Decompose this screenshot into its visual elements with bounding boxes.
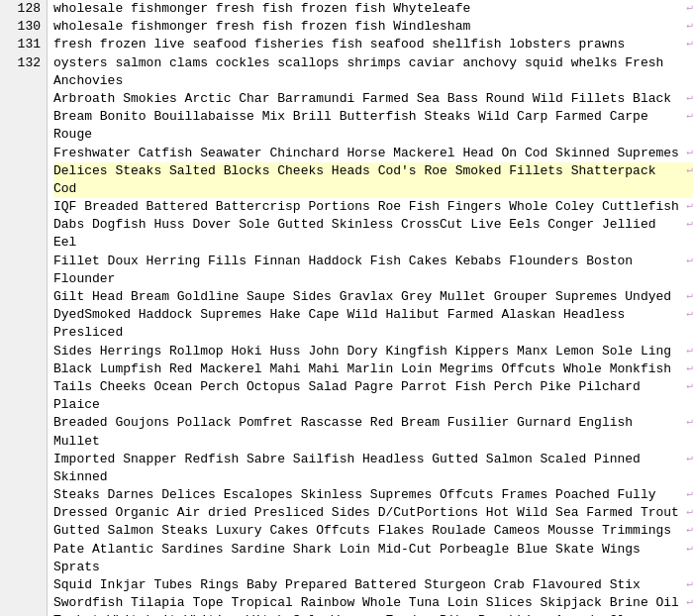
code-text-content: Arbroath Smokies Arctic Char Barramundi …: [53, 90, 684, 108]
line-number-gutter: 128130131132: [0, 0, 48, 616]
code-line: Tails Cheeks Ocean Perch Octopus Salad P…: [53, 378, 693, 414]
wrap-indicator-icon: ↵: [686, 18, 693, 33]
code-text-content: Fillet Doux Herring Fills Finnan Haddock…: [53, 253, 684, 288]
code-text-content: Gutted Salmon Steaks Luxury Cakes Offcut…: [53, 522, 684, 540]
code-line: fresh frozen live seafood fisheries fish…: [53, 36, 693, 90]
wrap-indicator-icon: ↵: [686, 162, 693, 177]
code-line: IQF Breaded Battered Battercrisp Portion…: [53, 198, 693, 216]
code-text-content: wholesale fishmonger fresh fish frozen f…: [53, 0, 684, 18]
wrap-indicator-icon: ↵: [686, 253, 693, 267]
code-line: Imported Snapper Redfish Sabre Sailfish …: [53, 451, 693, 486]
code-text-content: Black Lumpfish Red Mackerel Mahi Mahi Ma…: [53, 360, 684, 378]
code-text-content: DyedSmoked Haddock Supremes Hake Cape Wi…: [53, 306, 684, 342]
code-line: Pate Atlantic Sardines Sardine Shark Loi…: [53, 541, 693, 576]
code-content-area[interactable]: wholesale fishmonger fresh fish frozen f…: [48, 0, 693, 616]
wrap-indicator-icon: ↵: [686, 522, 693, 537]
code-text-content: Delices Steaks Salted Blocks Cheeks Head…: [53, 162, 684, 198]
wrap-indicator-icon: ↵: [686, 145, 693, 159]
code-text-content: Imported Snapper Redfish Sabre Sailfish …: [53, 451, 684, 486]
code-line: Delices Steaks Salted Blocks Cheeks Head…: [53, 162, 693, 198]
code-text-content: Gilt Head Bream Goldline Saupe Sides Gra…: [53, 288, 684, 306]
code-line: Swordfish Tilapia Tope Tropical Rainbow …: [53, 594, 693, 612]
code-line: DyedSmoked Haddock Supremes Hake Cape Wi…: [53, 306, 693, 342]
wrap-indicator-icon: ↵: [686, 343, 693, 358]
code-text-content: Steaks Darnes Delices Escalopes Skinless…: [53, 486, 684, 504]
wrap-indicator-icon: ↵: [686, 378, 693, 393]
wrap-indicator-icon: ↵: [686, 451, 693, 465]
line-number-128: 128: [0, 0, 47, 18]
code-editor: 128130131132 wholesale fishmonger fresh …: [0, 0, 693, 616]
code-line: Arbroath Smokies Arctic Char Barramundi …: [53, 90, 693, 108]
code-line: Sides Herrings Rollmop Hoki Huss John Do…: [53, 343, 693, 360]
wrap-indicator-icon: ↵: [686, 576, 693, 591]
code-line: Dabs Dogfish Huss Dover Sole Gutted Skin…: [53, 216, 693, 252]
wrap-indicator-icon: ↵: [686, 36, 693, 51]
wrap-indicator-icon: ↵: [686, 414, 693, 429]
code-line: Fillet Doux Herring Fills Finnan Haddock…: [53, 253, 693, 288]
wrap-indicator-icon: ↵: [686, 306, 693, 321]
code-line: wholesale fishmonger fresh fish frozen f…: [53, 18, 693, 36]
code-text-content: Freshwater Catfish Seawater Chinchard Ho…: [53, 145, 684, 162]
code-text-content: Bream Bonito Bouillabaisse Mix Brill But…: [53, 108, 684, 144]
wrap-indicator-icon: ↵: [686, 108, 693, 123]
code-text-content: fresh frozen live seafood fisheries fish…: [53, 36, 684, 90]
code-text-content: Pate Atlantic Sardines Sardine Shark Loi…: [53, 541, 684, 576]
code-line: Dressed Organic Air dried Presliced Side…: [53, 504, 693, 522]
code-line: Breaded Goujons Pollack Pomfret Rascasse…: [53, 414, 693, 450]
line-number-132: 132: [0, 54, 47, 72]
line-number-130: 130: [0, 18, 47, 36]
code-text-content: Dabs Dogfish Huss Dover Sole Gutted Skin…: [53, 216, 684, 252]
wrap-indicator-icon: ↵: [686, 360, 693, 375]
code-text-content: Turbot Whitebait Whiting Witch Sole Wras…: [53, 612, 684, 616]
wrap-indicator-icon: ↵: [686, 486, 693, 501]
code-text-content: wholesale fishmonger fresh fish frozen f…: [53, 18, 684, 36]
code-line: Steaks Darnes Delices Escalopes Skinless…: [53, 486, 693, 504]
wrap-indicator-icon: ↵: [686, 216, 693, 231]
code-line: Turbot Whitebait Whiting Witch Sole Wras…: [53, 612, 693, 616]
code-text-content: Sides Herrings Rollmop Hoki Huss John Do…: [53, 343, 684, 360]
wrap-indicator-icon: ↵: [686, 612, 693, 616]
wrap-indicator-icon: ↵: [686, 541, 693, 556]
code-line: Squid Inkjar Tubes Rings Baby Prepared B…: [53, 576, 693, 594]
code-text-content: IQF Breaded Battered Battercrisp Portion…: [53, 198, 684, 216]
code-text-content: Breaded Goujons Pollack Pomfret Rascasse…: [53, 414, 684, 450]
wrap-indicator-icon: ↵: [686, 90, 693, 105]
code-line: Gutted Salmon Steaks Luxury Cakes Offcut…: [53, 522, 693, 540]
wrap-indicator-icon: ↵: [686, 0, 693, 15]
code-line: Gilt Head Bream Goldline Saupe Sides Gra…: [53, 288, 693, 306]
code-text-content: Swordfish Tilapia Tope Tropical Rainbow …: [53, 594, 684, 612]
wrap-indicator-icon: ↵: [686, 198, 693, 213]
code-line: wholesale fishmonger fresh fish frozen f…: [53, 0, 693, 18]
code-text-content: Tails Cheeks Ocean Perch Octopus Salad P…: [53, 378, 684, 414]
code-line: Bream Bonito Bouillabaisse Mix Brill But…: [53, 108, 693, 144]
code-line: Freshwater Catfish Seawater Chinchard Ho…: [53, 145, 693, 162]
wrap-indicator-icon: ↵: [686, 288, 693, 303]
code-text-content: Squid Inkjar Tubes Rings Baby Prepared B…: [53, 576, 684, 594]
line-number-131: 131: [0, 36, 47, 53]
code-line: Black Lumpfish Red Mackerel Mahi Mahi Ma…: [53, 360, 693, 378]
wrap-indicator-icon: ↵: [686, 594, 693, 609]
wrap-indicator-icon: ↵: [686, 504, 693, 519]
code-text-content: Dressed Organic Air dried Presliced Side…: [53, 504, 684, 522]
